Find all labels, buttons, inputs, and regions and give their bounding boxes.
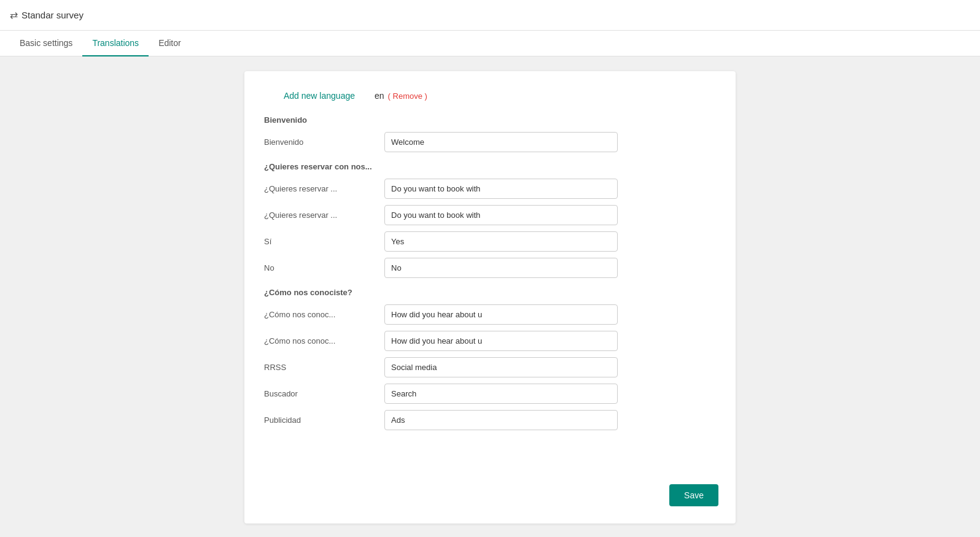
- translation-input-bienvenido[interactable]: [384, 132, 618, 152]
- translation-key: Publicidad: [264, 415, 375, 425]
- translation-input-publicidad[interactable]: [384, 410, 618, 430]
- tab-editor[interactable]: Editor: [149, 31, 191, 56]
- translation-key: ¿Cómo nos conoc...: [264, 336, 375, 346]
- translation-card: Add new language en ( Remove ) Bienvenid…: [244, 71, 736, 523]
- nav-tabs: Basic settings Translations Editor: [0, 31, 980, 56]
- translation-key: ¿Cómo nos conoc...: [264, 310, 375, 319]
- tab-translations[interactable]: Translations: [82, 31, 149, 56]
- translation-input-no[interactable]: [384, 258, 618, 278]
- save-button[interactable]: Save: [669, 484, 718, 506]
- translation-input-quieres-0[interactable]: [384, 179, 618, 199]
- translation-key: No: [264, 263, 375, 272]
- table-row: Sí: [264, 231, 716, 252]
- table-row: ¿Quieres reservar ...: [264, 205, 716, 225]
- translation-key: Buscador: [264, 389, 375, 398]
- table-row: Buscador: [264, 384, 716, 404]
- table-row: No: [264, 258, 716, 278]
- section-quieres-label: ¿Quieres reservar con nos...: [264, 162, 716, 171]
- section-quieres: ¿Quieres reservar con nos... ¿Quieres re…: [264, 162, 716, 278]
- table-row: Bienvenido: [264, 132, 716, 152]
- sync-icon: ⇄: [10, 9, 18, 21]
- section-bienvenido-label: Bienvenido: [264, 115, 716, 125]
- remove-language-link[interactable]: ( Remove ): [388, 91, 427, 101]
- translation-key: ¿Quieres reservar ...: [264, 184, 375, 193]
- translation-key: Bienvenido: [264, 137, 375, 147]
- translation-key: RRSS: [264, 363, 375, 372]
- add-language-button[interactable]: Add new language: [264, 91, 375, 101]
- translation-input-como-0[interactable]: [384, 304, 618, 325]
- tab-basic-settings[interactable]: Basic settings: [10, 31, 82, 56]
- translation-input-buscador[interactable]: [384, 384, 618, 404]
- table-row: RRSS: [264, 357, 716, 377]
- app-title-text: Standar survey: [21, 10, 84, 20]
- section-como: ¿Cómo nos conociste? ¿Cómo nos conoc... …: [264, 288, 716, 430]
- topbar: ⇄ Standar survey: [0, 0, 980, 31]
- translation-input-si[interactable]: [384, 231, 618, 252]
- translation-key: Sí: [264, 237, 375, 246]
- table-row: ¿Cómo nos conoc...: [264, 304, 716, 325]
- app-title: ⇄ Standar survey: [10, 9, 84, 21]
- table-row: ¿Quieres reservar ...: [264, 179, 716, 199]
- translation-input-como-1[interactable]: [384, 331, 618, 351]
- section-bienvenido: Bienvenido Bienvenido: [264, 115, 716, 152]
- main-content: Add new language en ( Remove ) Bienvenid…: [0, 56, 980, 537]
- table-row: Publicidad: [264, 410, 716, 430]
- translation-input-quieres-1[interactable]: [384, 205, 618, 225]
- language-badge: en ( Remove ): [375, 91, 427, 101]
- translation-key: ¿Quieres reservar ...: [264, 211, 375, 220]
- section-como-label: ¿Cómo nos conociste?: [264, 288, 716, 297]
- table-row: ¿Cómo nos conoc...: [264, 331, 716, 351]
- language-header: Add new language en ( Remove ): [264, 91, 716, 101]
- translation-input-rrss[interactable]: [384, 357, 618, 377]
- language-code: en: [375, 91, 384, 101]
